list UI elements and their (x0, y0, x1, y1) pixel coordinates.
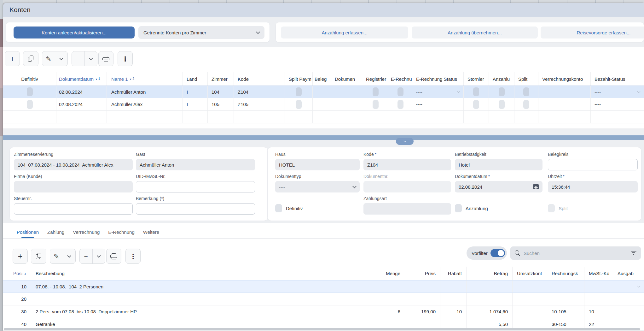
positions-remove-menu-button[interactable] (93, 249, 105, 263)
prefilter-toggle[interactable] (490, 249, 505, 257)
positions-print-button[interactable] (106, 249, 121, 264)
filter-icon[interactable] (631, 251, 636, 255)
deposit-capture-button[interactable]: Anzahlung erfassen... (281, 27, 408, 38)
positions-copy-button[interactable] (31, 249, 46, 264)
col-dokumentdatum[interactable]: Dokumentdatum ▼ 1 (56, 72, 107, 86)
account-row-empty[interactable] (3, 111, 644, 123)
accounts-copy-button[interactable] (23, 51, 38, 66)
create-accounts-button[interactable]: Konten anlegen/aktualisieren... (14, 27, 135, 38)
col-e-rechnung[interactable]: E-Rechnu (389, 72, 412, 86)
col-menge[interactable]: Menge (375, 267, 405, 280)
position-row[interactable]: 20 (3, 293, 644, 305)
e-rechnung-status-dropdown[interactable]: ---- (412, 86, 464, 98)
uhrzeit-field[interactable]: 15:36:44 (548, 181, 638, 192)
zimmerreservierung-field[interactable]: 104 07.08.2024 - 10.08.2024 Achmüller Al… (14, 159, 133, 170)
col-registriert[interactable]: Registrier (362, 72, 389, 86)
definitiv-form-checkbox[interactable] (275, 204, 282, 212)
kode-field[interactable]: Z104 (363, 159, 451, 170)
search-input[interactable] (524, 251, 628, 256)
col-bezahlt-status[interactable]: Bezahlt-Status (591, 72, 644, 86)
accounts-edit-button[interactable]: ✎ (42, 51, 55, 66)
col-posi[interactable]: Posi ▲ (3, 267, 31, 280)
accounts-remove-menu-button[interactable] (85, 51, 97, 66)
accounts-print-button[interactable] (98, 51, 113, 66)
dokumenttyp-dropdown[interactable]: ---- (275, 181, 360, 192)
anzahlung-form-checkbox[interactable] (455, 204, 462, 212)
positions-edit-menu-button[interactable] (63, 249, 76, 263)
bezahlt-status-dropdown[interactable]: ---- (591, 86, 644, 98)
accounts-remove-button[interactable]: − (72, 51, 84, 66)
col-zimmer[interactable]: Zimmer (208, 72, 234, 86)
positions-edit-button[interactable]: ✎ (50, 249, 63, 263)
col-preis[interactable]: Preis (405, 267, 440, 280)
split-payment-checkbox[interactable] (296, 87, 302, 96)
col-ausgabe[interactable]: Ausgab (613, 267, 644, 280)
e-rechnung-checkbox[interactable] (397, 100, 403, 109)
col-name[interactable]: Name 1 ▼ 2 (107, 72, 183, 86)
col-land[interactable]: Land (183, 72, 208, 86)
storniert-checkbox[interactable] (473, 87, 479, 96)
accounts-add-button[interactable]: + (5, 51, 20, 66)
split-checkbox[interactable] (523, 87, 529, 96)
storniert-checkbox[interactable] (473, 100, 479, 109)
collapse-detail-button[interactable] (396, 138, 414, 145)
positions-more-button[interactable]: ⋮ (125, 249, 141, 264)
accounts-edit-menu-button[interactable] (55, 51, 68, 66)
anzahlung-checkbox[interactable] (499, 100, 505, 109)
split-payment-checkbox[interactable] (296, 100, 302, 109)
e-rechnung-checkbox[interactable] (397, 87, 403, 96)
col-kode[interactable]: Kode (234, 72, 285, 86)
col-betrag[interactable]: Betrag (467, 267, 513, 280)
uid-field[interactable] (136, 181, 255, 192)
bemerkung-field[interactable] (136, 203, 255, 215)
col-definitiv[interactable]: Definitiv (3, 72, 56, 86)
belegkreis-field[interactable] (548, 159, 638, 170)
zahlungsart-field[interactable] (363, 203, 451, 215)
split-checkbox[interactable] (523, 100, 529, 109)
col-beleg[interactable]: Beleg (313, 72, 331, 86)
tab-verrechnung[interactable]: Verrechnung (73, 226, 100, 238)
betriebstaetigkeit-field[interactable]: Hotel (455, 159, 542, 170)
positions-add-button[interactable]: + (13, 249, 28, 264)
firma-field[interactable] (14, 181, 133, 192)
col-split[interactable]: Split (514, 72, 538, 86)
definitiv-checkbox[interactable] (27, 100, 33, 109)
col-e-rechnung-status[interactable]: E-Rechnung Status (412, 72, 464, 86)
bottom-horizontal-scrollbar[interactable] (4, 328, 640, 330)
haus-field[interactable]: HOTEL (275, 159, 360, 170)
travel-provision-button[interactable]: Reisevorsorge erfassen... (541, 27, 644, 38)
col-rabatt[interactable]: Rabatt (440, 267, 467, 280)
tab-e-rechnung[interactable]: E-Rechnung (108, 226, 134, 238)
anzahlung-checkbox[interactable] (499, 87, 505, 96)
steuernr-field[interactable] (14, 203, 133, 215)
col-split-payment[interactable]: Split Paym (285, 72, 313, 86)
col-storniert[interactable]: Stornier (464, 72, 489, 86)
registriert-checkbox[interactable] (373, 100, 379, 109)
accounts-more-button[interactable]: ⋮ (118, 51, 133, 66)
window-titlebar[interactable]: Konten (3, 3, 644, 17)
position-row-selected[interactable]: 10 07.08. - 10.08. 104 2 Personen (3, 280, 644, 293)
tab-weitere[interactable]: Weitere (143, 226, 159, 238)
col-rechnungskonto[interactable]: Rechnungsk (547, 267, 584, 280)
col-umsatzkonto[interactable]: Umsatzkont (513, 267, 547, 280)
deposit-apply-button[interactable]: Anzahlung übernehmen... (412, 27, 538, 38)
position-row[interactable]: 30 2 Pers. vom 07.08. bis 10.08. Doppelz… (3, 305, 644, 318)
account-mode-dropdown[interactable]: Getrennte Konten pro Zimmer (138, 26, 264, 39)
tab-positionen[interactable]: Positionen (17, 226, 39, 238)
horizontal-scrollbar[interactable] (3, 135, 644, 140)
ausgabe-dropdown[interactable] (613, 281, 644, 293)
account-row-selected[interactable]: 02.08.2024 Achmüller Anton I 104 Z104 --… (3, 86, 644, 98)
col-mwst[interactable]: MwSt.-Ko (584, 267, 613, 280)
tab-zahlung[interactable]: Zahlung (47, 226, 64, 238)
col-beschreibung[interactable]: Beschreibung (31, 267, 375, 280)
account-row[interactable]: 02.08.2024 Achmüller Alex I 105 Z105 ---… (3, 98, 644, 111)
split-form-checkbox[interactable] (548, 204, 555, 212)
positions-remove-button[interactable]: − (80, 249, 92, 263)
col-dokument[interactable]: Dokumen (331, 72, 362, 86)
dokumentdatum-field[interactable]: 02.08.2024 (455, 181, 542, 192)
gast-field[interactable]: Achmüller Anton (136, 159, 255, 170)
calendar-icon[interactable] (533, 184, 539, 189)
definitiv-checkbox[interactable] (27, 87, 33, 96)
registriert-checkbox[interactable] (373, 87, 379, 96)
col-anzahlung[interactable]: Anzahlu (489, 72, 514, 86)
